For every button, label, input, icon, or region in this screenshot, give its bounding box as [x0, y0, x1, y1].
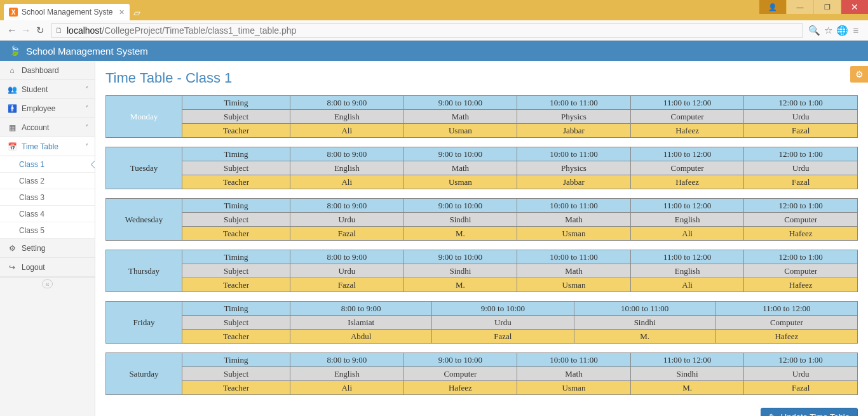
forward-icon[interactable]: → [19, 25, 33, 36]
sidebar-item-time-table[interactable]: 📅Time Table˅ [0, 137, 95, 156]
row-label: Teacher [182, 278, 290, 292]
sidebar-item-setting[interactable]: ⚙Setting [0, 239, 95, 258]
cell: 8:00 to 9:00 [290, 96, 404, 110]
row-label: Subject [182, 161, 290, 175]
update-button-label: Update Time Table [781, 412, 850, 416]
cell: 10:00 to 11:00 [517, 353, 631, 367]
sidebar-subitem-class-2[interactable]: Class 2 [0, 173, 95, 189]
tab-close-icon[interactable]: × [119, 7, 124, 17]
row-label: Teacher [182, 381, 290, 395]
cell: 11:00 to 12:00 [630, 96, 744, 110]
sidebar-item-dashboard[interactable]: ⌂Dashboard [0, 61, 95, 80]
row-label: Subject [182, 110, 290, 124]
minimize-icon[interactable]: — [787, 0, 813, 14]
globe-icon[interactable]: 🌐 [835, 25, 849, 36]
cell: English [630, 264, 744, 278]
cell: Sindhi [403, 264, 517, 278]
cell: Urdu [290, 264, 404, 278]
day-label: Wednesday [106, 199, 182, 241]
sidebar-subitem-class-5[interactable]: Class 5 [0, 222, 95, 239]
browser-tab[interactable]: X School Management Syste × [4, 4, 130, 20]
sidebar-item-label: Student [22, 85, 48, 94]
timetable-tuesday: TuesdayTiming8:00 to 9:009:00 to 10:0010… [105, 147, 858, 189]
cell: 11:00 to 12:00 [630, 199, 744, 213]
sidebar-subitem-class-4[interactable]: Class 4 [0, 206, 95, 222]
chevron-down-icon: ˅ [85, 143, 88, 150]
sidebar-item-logout[interactable]: ↪Logout [0, 258, 95, 277]
cell: Usman [517, 278, 631, 292]
cell: 8:00 to 9:00 [290, 250, 404, 264]
table-icon: ▦ [6, 123, 18, 132]
cell: Math [403, 161, 517, 175]
timetable-wednesday: WednesdayTiming8:00 to 9:009:00 to 10:00… [105, 198, 858, 241]
cell: Usman [403, 124, 517, 138]
gear-icon[interactable]: ⚙ [850, 66, 868, 83]
cell: Ali [290, 381, 404, 395]
sidebar-subitem-class-3[interactable]: Class 3 [0, 189, 95, 206]
cell: Fazal [744, 124, 858, 138]
zoom-icon[interactable]: 🔍 [807, 25, 821, 36]
cell: 10:00 to 11:00 [517, 147, 631, 161]
cell: Urdu [744, 367, 858, 381]
row-label: Teacher [182, 175, 290, 189]
cell: Islamiat [290, 316, 432, 330]
cell: Sindhi [630, 367, 744, 381]
menu-icon[interactable]: ≡ [849, 25, 863, 36]
cell: Sindhi [574, 316, 715, 330]
cell: 9:00 to 10:00 [432, 302, 574, 316]
update-timetable-button[interactable]: ✎ Update Time Table [761, 408, 858, 416]
cell: 10:00 to 11:00 [517, 199, 631, 213]
file-icon: 🗋 [55, 26, 63, 35]
cell: 8:00 to 9:00 [290, 302, 432, 316]
app-header: 🍃 School Management System [0, 41, 868, 61]
timetable-monday: MondayTiming8:00 to 9:009:00 to 10:0010:… [105, 95, 858, 138]
cell: 11:00 to 12:00 [630, 147, 744, 161]
gear-icon: ⚙ [6, 244, 18, 253]
cell: Usman [517, 227, 631, 241]
cell: Sindhi [403, 213, 517, 227]
cell: Math [517, 367, 631, 381]
timetable-thursday: ThursdayTiming8:00 to 9:009:00 to 10:001… [105, 250, 858, 292]
cell: 12:00 to 1:00 [744, 147, 858, 161]
cell: 8:00 to 9:00 [290, 353, 404, 367]
reload-icon[interactable]: ↻ [33, 25, 47, 36]
new-tab-button[interactable]: ▱ [133, 8, 140, 18]
cell: 10:00 to 11:00 [517, 96, 631, 110]
cell: Physics [517, 161, 631, 175]
cell: English [290, 367, 404, 381]
window-close-icon[interactable]: ✕ [841, 0, 868, 14]
back-icon[interactable]: ← [5, 25, 19, 36]
cell: M. [574, 330, 715, 344]
row-label: Teacher [182, 227, 290, 241]
day-label: Thursday [106, 250, 182, 292]
cell: Fazal [432, 330, 574, 344]
day-label: Tuesday [106, 147, 182, 189]
tab-title: School Management Syste [22, 8, 112, 17]
sidebar-item-employee[interactable]: 🚹Employee˅ [0, 99, 95, 118]
sidebar-collapse-button[interactable]: « [0, 277, 95, 290]
user-icon[interactable]: 👤 [759, 0, 786, 14]
sidebar-item-label: Setting [22, 244, 45, 253]
url-input[interactable]: 🗋 localhost /CollegeProject/TimeTable/cl… [51, 23, 803, 38]
star-icon[interactable]: ☆ [821, 25, 835, 36]
cell: 10:00 to 11:00 [517, 250, 631, 264]
sidebar-item-account[interactable]: ▦Account˅ [0, 118, 95, 137]
cell: Fazal [290, 278, 404, 292]
url-host: localhost [67, 25, 102, 36]
cell: Urdu [744, 161, 858, 175]
cell: English [290, 110, 404, 124]
cell: Hafeez [630, 175, 744, 189]
cell: English [630, 213, 744, 227]
chevron-down-icon: ˅ [85, 86, 88, 93]
sidebar-item-label: Dashboard [22, 66, 59, 75]
sidebar: ⌂Dashboard👥Student˅🚹Employee˅▦Account˅📅T… [0, 61, 95, 416]
chevron-down-icon: ˅ [85, 124, 88, 131]
browser-tab-bar: X School Management Syste × ▱ 👤 — ❐ ✕ [0, 0, 868, 20]
sidebar-subitem-class-1[interactable]: Class 1 [0, 156, 95, 173]
timetable-friday: FridayTiming8:00 to 9:009:00 to 10:0010:… [105, 301, 858, 344]
day-label: Monday [106, 96, 182, 138]
sidebar-item-student[interactable]: 👥Student˅ [0, 80, 95, 99]
timetable-saturday: SaturdayTiming8:00 to 9:009:00 to 10:001… [105, 352, 858, 395]
maximize-icon[interactable]: ❐ [814, 0, 841, 14]
row-label: Timing [182, 353, 290, 367]
